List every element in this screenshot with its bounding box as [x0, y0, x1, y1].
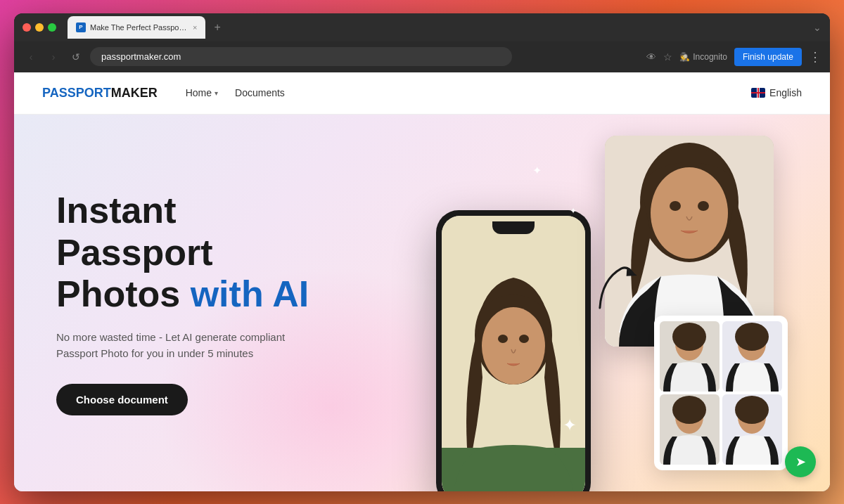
back-button[interactable]: ‹ [23, 49, 39, 65]
svg-point-9 [498, 335, 508, 343]
minimize-traffic-light[interactable] [35, 23, 44, 32]
reload-button[interactable]: ↺ [68, 49, 84, 65]
hero-title-line3-normal: Photos [56, 273, 191, 314]
traffic-lights [23, 23, 56, 32]
svg-point-19 [672, 396, 706, 424]
site-logo[interactable]: PASSPORTMAKER [42, 86, 158, 101]
logo-maker: MAKER [111, 86, 158, 100]
phone-mockup [436, 210, 591, 491]
address-right-controls: 👁 ☆ 🕵 Incognito Finish update ⋮ [646, 48, 821, 66]
hero-title: Instant Passport Photos with AI [56, 190, 309, 316]
browser-window: P Make The Perfect Passport P × + ⌄ ‹ › … [14, 13, 830, 491]
hero-title-line2: Passport [56, 232, 213, 273]
hero-title-line1: Instant [56, 190, 176, 231]
maximize-traffic-light[interactable] [48, 23, 56, 32]
sparkle-3: ✦ [570, 206, 577, 216]
expand-icon[interactable]: ⌄ [813, 22, 821, 33]
language-label: English [769, 87, 802, 98]
incognito-badge: 🕵 Incognito [679, 52, 727, 62]
sparkle-1: ✦ [563, 415, 577, 435]
share-fab-button[interactable]: ➤ [785, 446, 816, 477]
address-input[interactable] [90, 47, 512, 66]
svg-point-13 [672, 323, 706, 351]
tab-close-button[interactable]: × [193, 23, 197, 32]
grid-photo-1 [660, 321, 720, 392]
close-traffic-light[interactable] [23, 23, 31, 32]
more-options-icon[interactable]: ⋮ [809, 49, 821, 65]
finish-update-button[interactable]: Finish update [734, 48, 802, 66]
hero-subtitle: No more wasted time - Let AI generate co… [56, 330, 309, 361]
svg-point-3 [670, 201, 681, 211]
hero-title-accent: with AI [191, 273, 309, 314]
logo-passport: PASSPORT [42, 86, 111, 100]
svg-point-4 [698, 201, 709, 211]
cta-button[interactable]: Choose document [56, 384, 188, 415]
svg-point-16 [735, 323, 769, 351]
share-icon: ➤ [795, 454, 806, 470]
website-content: PASSPORTMAKER Home ▾ Documents English [14, 72, 830, 491]
grid-photo-3 [660, 394, 720, 465]
svg-point-7 [482, 307, 545, 385]
flag-icon [751, 88, 765, 98]
window-controls: ⌄ [813, 22, 821, 33]
tab-bar: P Make The Perfect Passport P × + [68, 16, 807, 39]
nav-home-link[interactable]: Home ▾ [186, 87, 218, 98]
home-chevron-icon: ▾ [215, 89, 218, 97]
incognito-label: Incognito [693, 52, 727, 62]
incognito-icon: 🕵 [679, 52, 690, 62]
sparkle-2: ✦ [532, 164, 542, 177]
svg-point-2 [651, 167, 728, 259]
photos-grid [654, 316, 788, 470]
nav-documents-link[interactable]: Documents [235, 87, 285, 98]
active-tab[interactable]: P Make The Perfect Passport P × [68, 16, 205, 39]
tab-title: Make The Perfect Passport P [90, 23, 188, 32]
language-selector[interactable]: English [751, 87, 802, 98]
eye-off-icon: 👁 [646, 51, 656, 63]
grid-photo-4 [722, 394, 782, 465]
hero-visuals: ✦ ✦ ✦ [380, 122, 788, 491]
bookmark-icon[interactable]: ☆ [663, 51, 672, 63]
title-bar: P Make The Perfect Passport P × + ⌄ [14, 13, 830, 41]
phone-notch [492, 221, 535, 234]
svg-point-22 [735, 396, 769, 424]
hero-content: Instant Passport Photos with AI No more … [14, 162, 352, 444]
site-navigation: PASSPORTMAKER Home ▾ Documents English [14, 72, 830, 115]
address-bar: ‹ › ↺ 👁 ☆ 🕵 Incognito Finish update ⋮ [14, 41, 830, 72]
phone-screen [442, 216, 585, 491]
forward-button[interactable]: › [45, 49, 62, 65]
new-tab-button[interactable]: + [208, 18, 226, 37]
grid-photo-2 [722, 321, 782, 392]
arrow-decoration [586, 257, 653, 330]
nav-links: Home ▾ Documents [186, 87, 285, 98]
tab-favicon: P [76, 22, 86, 32]
hero-section: Instant Passport Photos with AI No more … [14, 115, 830, 491]
svg-point-10 [519, 335, 529, 343]
